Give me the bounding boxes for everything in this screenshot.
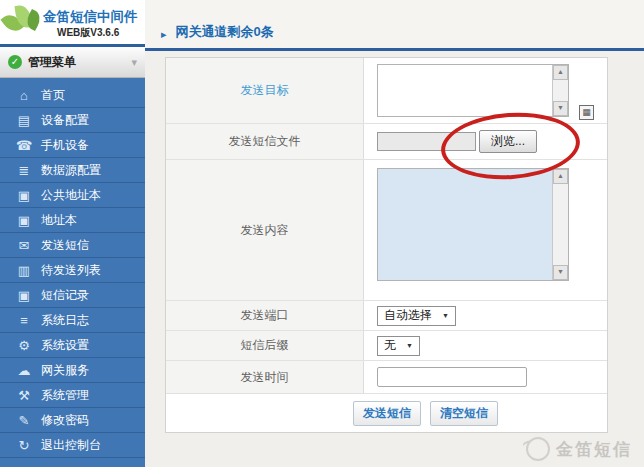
sidebar-item[interactable]: ▣ 公共地址本 [0, 183, 145, 208]
jindi-logo-icon [526, 437, 550, 461]
sidebar-item[interactable]: ▥ 待发送列表 [0, 258, 145, 283]
time-row: 发送时间 [166, 361, 607, 394]
sidebar: 金笛短信中间件 WEB版V3.6.6 ✓ 管理菜单 ▾ ⌂ 首页 ▤ 设备配置 … [0, 0, 145, 467]
send-sms-button[interactable]: 发送短信 [353, 401, 421, 426]
port-row: 发送端口 自动选择 ▼ [166, 301, 607, 331]
suffix-label: 短信后缀 [166, 331, 364, 360]
app-version: WEB版V3.6.6 [57, 26, 119, 40]
send-time-input[interactable] [377, 367, 527, 387]
suffix-select-value: 无 [384, 337, 396, 354]
sidebar-item[interactable]: ↻ 退出控制台 [0, 433, 145, 458]
sidebar-menu: ⌂ 首页 ▤ 设备配置 ☎ 手机设备 ≣ 数据源配置 ▣ 公共地址本 ▣ 地址本… [0, 78, 145, 458]
app-window: 金笛短信中间件 WEB版V3.6.6 ✓ 管理菜单 ▾ ⌂ 首页 ▤ 设备配置 … [0, 0, 644, 467]
clipboard-icon: ▥ [16, 263, 32, 278]
scrollbar[interactable]: ▲ ▼ [552, 169, 568, 280]
content-textarea[interactable]: ▲ ▼ [377, 168, 569, 281]
sidebar-item[interactable]: ≣ 数据源配置 [0, 158, 145, 183]
target-row: 发送目标 ▲ ▼ ▦ [166, 58, 607, 124]
app-title: 金笛短信中间件 [43, 8, 138, 26]
menu-header-label: 管理菜单 [28, 54, 76, 71]
suffix-select[interactable]: 无 ▼ [377, 336, 420, 356]
folder-icon: ▣ [16, 288, 32, 303]
time-label: 发送时间 [166, 361, 364, 393]
sidebar-item[interactable]: ⌂ 首页 [0, 83, 145, 108]
lock-icon: ✎ [16, 413, 32, 428]
file-label: 发送短信文件 [166, 124, 364, 159]
watermark: 金笛短信 [526, 437, 632, 461]
phone-icon: ☎ [16, 138, 32, 153]
gateway-status-text: 网关通道剩余0条 [176, 23, 274, 41]
scroll-down-icon: ▼ [553, 101, 568, 116]
scroll-up-icon: ▲ [553, 169, 568, 184]
logo: 金笛短信中间件 WEB版V3.6.6 [0, 0, 145, 47]
port-select[interactable]: 自动选择 ▼ [377, 306, 456, 326]
check-icon: ✓ [8, 55, 22, 69]
address-book-icon[interactable]: ▦ [579, 105, 594, 120]
watermark-text: 金笛短信 [556, 438, 632, 461]
wrench-icon: ⚙ [16, 338, 32, 353]
arrow-right-icon: ▸ [161, 28, 167, 41]
sidebar-item[interactable]: ⚙ 系统设置 [0, 333, 145, 358]
scroll-down-icon: ▼ [553, 265, 568, 280]
sidebar-item[interactable]: ✎ 修改密码 [0, 408, 145, 433]
folder-icon: ▣ [16, 213, 32, 228]
database-icon: ≣ [16, 163, 32, 178]
sidebar-item[interactable]: ▤ 设备配置 [0, 108, 145, 133]
sidebar-menu-header[interactable]: ✓ 管理菜单 ▾ [0, 47, 145, 78]
sidebar-item[interactable]: ☎ 手机设备 [0, 133, 145, 158]
chevron-down-icon: ▾ [131, 56, 137, 69]
admin-icon: ⚒ [16, 388, 32, 403]
sidebar-item[interactable]: ≡ 系统日志 [0, 308, 145, 333]
target-textarea[interactable]: ▲ ▼ [377, 64, 569, 117]
sidebar-item[interactable]: ▣ 地址本 [0, 208, 145, 233]
sidebar-item[interactable]: ☁ 网关服务 [0, 358, 145, 383]
content-row: 发送内容 ▲ ▼ [166, 160, 607, 301]
envelope-icon: ✉ [16, 238, 32, 253]
clear-sms-button[interactable]: 清空短信 [430, 401, 498, 426]
home-icon: ⌂ [16, 88, 32, 103]
logout-icon: ↻ [16, 438, 32, 453]
content-label: 发送内容 [166, 160, 364, 300]
scrollbar[interactable]: ▲ ▼ [552, 65, 568, 116]
suffix-row: 短信后缀 无 ▼ [166, 331, 607, 361]
file-path-input[interactable] [377, 132, 476, 151]
port-select-value: 自动选择 [384, 307, 432, 324]
chevron-down-icon: ▼ [406, 342, 413, 349]
log-icon: ≡ [16, 313, 32, 328]
folder-icon: ▣ [16, 188, 32, 203]
cloud-icon: ☁ [16, 363, 32, 378]
browse-button[interactable]: 浏览... [479, 130, 537, 153]
send-sms-form: 发送目标 ▲ ▼ ▦ 发送短信文件 浏览... 发送内容 [165, 57, 608, 433]
actions-row: 发送短信 清空短信 [166, 394, 607, 432]
topbar: ▸ 网关通道剩余0条 [145, 0, 644, 51]
sidebar-item[interactable]: ✉ 发送短信 [0, 233, 145, 258]
scroll-up-icon: ▲ [553, 65, 568, 80]
chevron-down-icon: ▼ [442, 312, 449, 319]
device-config-icon: ▤ [16, 113, 32, 128]
sidebar-item[interactable]: ▣ 短信记录 [0, 283, 145, 308]
port-label: 发送端口 [166, 301, 364, 330]
file-row: 发送短信文件 浏览... [166, 124, 607, 160]
sidebar-item[interactable]: ⚒ 系统管理 [0, 383, 145, 408]
target-label: 发送目标 [166, 58, 364, 123]
